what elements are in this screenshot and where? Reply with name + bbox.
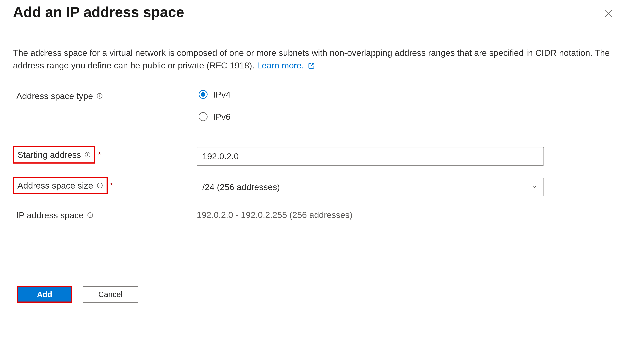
starting-address-input[interactable] bbox=[197, 147, 544, 166]
panel-header: Add an IP address space bbox=[13, 4, 617, 46]
panel-title: Add an IP address space bbox=[13, 4, 184, 20]
panel-footer: Add Cancel bbox=[13, 286, 617, 303]
select-value: /24 (256 addresses) bbox=[202, 182, 280, 192]
row-ip-address-space: IP address space 192.0.2.0 - 192.0.2.255… bbox=[13, 207, 617, 223]
ip-address-space-value: 192.0.2.0 - 192.0.2.255 (256 addresses) bbox=[197, 209, 617, 220]
required-indicator-icon: * bbox=[98, 151, 101, 159]
ip-address-space-label: IP address space bbox=[16, 211, 84, 219]
close-button[interactable] bbox=[602, 7, 615, 20]
label-cell: Address space type bbox=[13, 88, 197, 104]
address-space-type-label: Address space type bbox=[16, 92, 93, 100]
address-space-type-radio-group: IPv4 IPv6 bbox=[197, 89, 617, 122]
external-link-icon bbox=[308, 60, 315, 72]
learn-more-link[interactable]: Learn more. bbox=[257, 60, 314, 70]
value-cell: IPv4 IPv6 bbox=[197, 88, 617, 122]
value-cell: 192.0.2.0 - 192.0.2.255 (256 addresses) bbox=[197, 207, 617, 220]
row-address-space-size: Address space size * /24 (256 addresses) bbox=[13, 177, 617, 196]
close-icon bbox=[604, 9, 613, 18]
label-box: IP address space bbox=[13, 207, 97, 223]
required-indicator-icon: * bbox=[110, 181, 113, 190]
radio-indicator-icon bbox=[198, 90, 208, 99]
add-button[interactable]: Add bbox=[17, 286, 72, 303]
label-cell: IP address space bbox=[13, 207, 197, 223]
row-starting-address: Starting address * bbox=[13, 146, 617, 166]
radio-indicator-icon bbox=[198, 112, 208, 121]
svg-point-4 bbox=[100, 95, 100, 95]
form: Address space type IPv4 bbox=[13, 88, 617, 223]
address-space-type-ipv4-radio[interactable]: IPv4 bbox=[198, 89, 617, 100]
learn-more-label: Learn more. bbox=[257, 60, 304, 70]
cancel-button[interactable]: Cancel bbox=[82, 286, 138, 303]
svg-point-13 bbox=[90, 214, 90, 214]
value-cell: /24 (256 addresses) bbox=[197, 177, 617, 196]
label-box-highlighted: Address space size bbox=[13, 177, 108, 194]
radio-label: IPv6 bbox=[213, 112, 230, 122]
info-icon[interactable] bbox=[87, 212, 94, 218]
svg-point-7 bbox=[88, 153, 88, 154]
starting-address-label: Starting address bbox=[18, 150, 81, 159]
svg-point-10 bbox=[100, 184, 100, 184]
label-cell: Starting address * bbox=[13, 146, 197, 164]
info-icon[interactable] bbox=[96, 182, 103, 189]
add-button-label: Add bbox=[37, 290, 52, 299]
value-cell bbox=[197, 146, 617, 166]
label-box-highlighted: Starting address bbox=[13, 146, 96, 164]
radio-label: IPv4 bbox=[213, 89, 230, 100]
panel-description: The address space for a virtual network … bbox=[13, 46, 616, 72]
label-cell: Address space size * bbox=[13, 177, 197, 194]
chevron-down-icon bbox=[530, 183, 538, 191]
address-space-size-label: Address space size bbox=[18, 181, 93, 190]
info-icon[interactable] bbox=[84, 151, 91, 158]
row-address-space-type: Address space type IPv4 bbox=[13, 88, 617, 122]
address-space-size-select[interactable]: /24 (256 addresses) bbox=[197, 178, 544, 196]
address-space-type-ipv6-radio[interactable]: IPv6 bbox=[198, 112, 617, 122]
add-ip-address-space-panel: Add an IP address space The address spac… bbox=[0, 0, 630, 314]
cancel-button-label: Cancel bbox=[98, 290, 123, 299]
footer-divider bbox=[13, 275, 617, 275]
info-icon[interactable] bbox=[96, 93, 103, 99]
label-box: Address space type bbox=[13, 88, 106, 104]
